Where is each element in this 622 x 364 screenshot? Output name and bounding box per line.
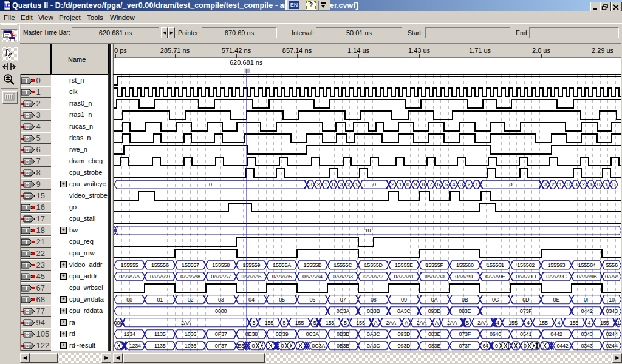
svg-text:155564: 155564 <box>578 262 596 268</box>
svg-text:155: 155 <box>326 320 335 326</box>
svg-text:0: 0 <box>209 181 212 187</box>
svg-text:0442: 0442 <box>581 308 592 314</box>
svg-text:0A: 0A <box>431 297 438 303</box>
svg-text:2: 2 <box>347 181 350 187</box>
svg-text:04: 04 <box>248 297 255 303</box>
svg-text:1: 1 <box>398 181 402 187</box>
svg-text:0F37: 0F37 <box>215 331 227 337</box>
svg-text:A: A <box>435 320 439 326</box>
svg-text:155556: 155556 <box>151 262 169 268</box>
svg-text:9: 9 <box>414 181 417 187</box>
svg-text:E3: E3 <box>238 343 244 349</box>
svg-text:0AAAA4: 0AAAA4 <box>302 274 323 280</box>
svg-text:1: 1 <box>559 181 562 187</box>
svg-text:0AAA9D: 0AAA9D <box>516 274 536 280</box>
svg-text:05: 05 <box>279 297 285 303</box>
svg-text:0AAA9C: 0AAA9C <box>546 274 567 280</box>
svg-text:0442: 0442 <box>550 331 562 337</box>
svg-text:A: A <box>405 320 408 326</box>
svg-text:0343: 0343 <box>581 343 592 349</box>
svg-text:2AA: 2AA <box>181 320 191 326</box>
svg-text:0B: 0B <box>462 297 468 303</box>
svg-text:15555D: 15555D <box>364 262 383 268</box>
svg-text:0AAAA7: 0AAAA7 <box>211 274 231 280</box>
svg-text:0640: 0640 <box>490 331 501 337</box>
svg-text:0AAAA2: 0AAAA2 <box>363 274 383 280</box>
svg-text:3: 3 <box>309 181 312 187</box>
svg-text:155: 155 <box>570 320 579 326</box>
svg-text:0E38: 0E38 <box>245 331 258 337</box>
svg-text:0: 0 <box>524 343 527 349</box>
svg-text:1036: 1036 <box>185 331 196 337</box>
svg-text:155559: 155559 <box>242 262 260 268</box>
svg-text:0C3A: 0C3A <box>312 343 325 349</box>
svg-text:3: 3 <box>544 181 547 187</box>
svg-text:0AAAA6: 0AAAA6 <box>241 274 261 280</box>
svg-text:0442: 0442 <box>556 343 568 349</box>
svg-text:8: 8 <box>422 181 425 187</box>
svg-text:0: 0 <box>612 181 615 187</box>
svg-text:5556: 5556 <box>606 262 617 268</box>
svg-text:1234: 1234 <box>129 343 141 349</box>
svg-text:0: 0 <box>373 181 376 187</box>
svg-text:1135: 1135 <box>154 343 166 349</box>
svg-text:09: 09 <box>401 297 407 303</box>
svg-text:155: 155 <box>600 320 609 326</box>
svg-text:2: 2 <box>316 181 320 187</box>
svg-text:4: 4 <box>557 320 560 326</box>
svg-text:7: 7 <box>429 181 432 187</box>
svg-text:0343: 0343 <box>606 308 617 314</box>
svg-text:08: 08 <box>371 297 377 303</box>
svg-text:0D: 0D <box>522 297 530 303</box>
svg-text:64: 64 <box>482 343 488 349</box>
svg-text:073F: 073F <box>520 308 532 314</box>
svg-text:0D39: 0D39 <box>276 331 289 337</box>
svg-text:4: 4 <box>452 181 455 187</box>
svg-text:155563: 155563 <box>547 262 565 268</box>
svg-text:3: 3 <box>460 181 463 187</box>
svg-text:1: 1 <box>324 181 327 187</box>
svg-text:07: 07 <box>340 297 346 303</box>
svg-text:083E: 083E <box>428 343 440 349</box>
svg-text:5: 5 <box>282 320 285 326</box>
svg-text:155: 155 <box>508 320 518 326</box>
svg-text:1: 1 <box>617 320 620 326</box>
svg-text:0AAA9F: 0AAA9F <box>455 274 475 280</box>
svg-text:0AAA: 0AAA <box>605 274 618 280</box>
svg-text:155: 155 <box>539 320 548 326</box>
svg-text:0B3B: 0B3B <box>337 343 349 349</box>
svg-text:B: B <box>465 320 469 326</box>
svg-text:1: 1 <box>475 181 478 187</box>
svg-text:0C: 0C <box>492 297 499 303</box>
svg-text:15555B: 15555B <box>303 262 321 268</box>
svg-text:0: 0 <box>567 181 570 187</box>
svg-text:155: 155 <box>265 320 274 326</box>
svg-text:155: 155 <box>295 320 304 326</box>
svg-text:0: 0 <box>251 343 255 349</box>
svg-text:5: 5 <box>313 320 316 326</box>
svg-text:0AAAA5: 0AAAA5 <box>272 274 292 280</box>
svg-text:4: 4 <box>588 320 591 326</box>
svg-text:1036: 1036 <box>185 343 196 349</box>
svg-text:0: 0 <box>495 343 498 349</box>
svg-text:0A3C: 0A3C <box>367 331 380 337</box>
svg-text:2AA: 2AA <box>417 320 427 326</box>
svg-text:10: 10 <box>609 297 615 303</box>
svg-text:2AA: 2AA <box>386 320 396 326</box>
svg-text:2AA: 2AA <box>447 320 457 326</box>
svg-text:0AAA9B: 0AAA9B <box>577 274 597 280</box>
svg-text:5: 5 <box>445 181 448 187</box>
svg-text:0541: 0541 <box>520 331 531 337</box>
svg-text:0: 0 <box>597 181 600 187</box>
svg-text:0: 0 <box>281 343 284 349</box>
svg-text:0: 0 <box>332 181 335 187</box>
svg-text:4: 4 <box>527 320 530 326</box>
svg-text:0AAA9E: 0AAA9E <box>485 274 505 280</box>
svg-text:2: 2 <box>552 181 555 187</box>
svg-text:093D: 093D <box>428 308 441 314</box>
svg-text:5: 5 <box>252 320 255 326</box>
svg-text:0244: 0244 <box>606 343 617 349</box>
svg-text:02: 02 <box>188 297 194 303</box>
svg-text:155558: 155558 <box>212 262 230 268</box>
svg-text:2: 2 <box>391 181 394 187</box>
